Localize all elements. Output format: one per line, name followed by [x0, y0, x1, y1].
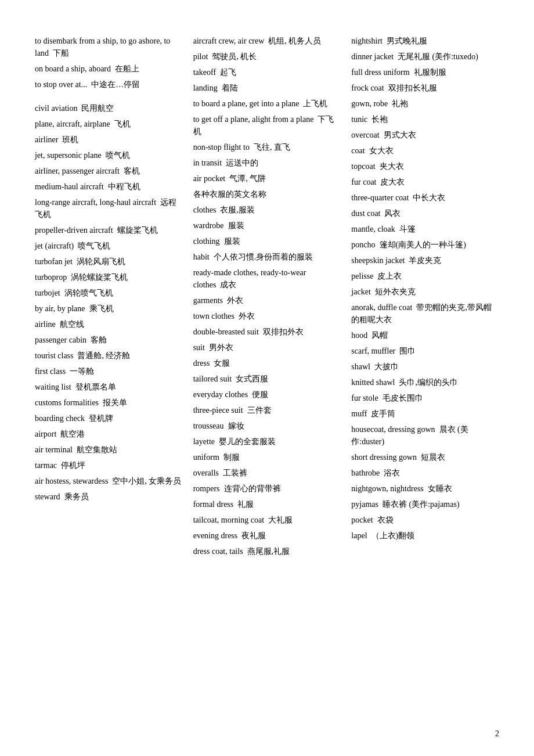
list-item: to stop over at... 中途在…停留: [35, 78, 183, 91]
list-item: by air, by plane 乘飞机: [35, 303, 183, 315]
list-item: hood 风帽: [351, 329, 499, 341]
list-item: town clothes 外衣: [193, 310, 341, 322]
list-item: jet (aircraft) 喷气飞机: [35, 240, 183, 252]
list-item: pilot 驾驶员, 机长: [193, 51, 341, 63]
list-item: 各种衣服的英文名称: [193, 188, 341, 200]
list-item: muff 皮手筒: [351, 408, 499, 420]
list-item: uniform 制服: [193, 451, 341, 463]
list-item: clothing 服装: [193, 235, 341, 247]
list-item: fur stole 毛皮长围巾: [351, 392, 499, 404]
list-item: dress coat, tails 燕尾服,礼服: [193, 545, 341, 557]
list-item: overalls 工装裤: [193, 467, 341, 479]
list-item: evening dress 夜礼服: [193, 530, 341, 542]
list-item: topcoat 夹大衣: [351, 160, 499, 172]
list-item: airliner, passenger aircraft 客机: [35, 165, 183, 177]
list-item: to board a plane, get into a plane 上飞机: [193, 98, 341, 110]
list-item: poncho 篷却(南美人的一种斗篷): [351, 239, 499, 251]
list-item: overcoat 男式大衣: [351, 129, 499, 141]
column-3: nightshirt 男式晚礼服dinner jacket 无尾礼服 (美作:t…: [351, 35, 499, 561]
list-item: knitted shawl 头巾,编织的头巾: [351, 376, 499, 388]
list-item: mantle, cloak 斗篷: [351, 223, 499, 235]
list-item: scarf, muffler 围巾: [351, 345, 499, 357]
list-item: nightshirt 男式晚礼服: [351, 35, 499, 47]
list-item: tailored suit 女式西服: [193, 373, 341, 385]
list-item: to disembark from a ship, to go ashore, …: [35, 35, 183, 59]
list-item: pyjamas 睡衣裤 (美作:pajamas): [351, 498, 499, 510]
list-item: turbofan jet 涡轮风扇飞机: [35, 255, 183, 268]
list-item: airport 航空港: [35, 428, 183, 440]
list-item: wardrobe 服装: [193, 219, 341, 232]
list-item: rompers 连背心的背带裤: [193, 483, 341, 495]
column-1: to disembark from a ship, to go ashore, …: [35, 35, 193, 561]
list-item: civil aviation 民用航空: [35, 102, 183, 114]
list-item: clothes 衣服,服装: [193, 204, 341, 216]
list-item: non-stop flight to 飞往, 直飞: [193, 141, 341, 153]
list-item: fur coat 皮大衣: [351, 176, 499, 188]
list-item: medium-haul aircraft 中程飞机: [35, 181, 183, 193]
list-item: takeoff 起飞: [193, 66, 341, 78]
spacer: [35, 94, 183, 102]
list-item: plane, aircraft, airplane 飞机: [35, 118, 183, 130]
main-content: to disembark from a ship, to go ashore, …: [35, 35, 499, 561]
list-item: pocket 衣袋: [351, 514, 499, 526]
list-item: layette 婴儿的全套服装: [193, 435, 341, 448]
list-item: garments 外衣: [193, 294, 341, 307]
list-item: formal dress 礼服: [193, 498, 341, 510]
list-item: jet, supersonic plane 喷气机: [35, 149, 183, 161]
list-item: tailcoat, morning coat 大礼服: [193, 514, 341, 526]
list-item: airliner 班机: [35, 134, 183, 146]
list-item: turboprop 涡轮螺旋桨飞机: [35, 271, 183, 283]
list-item: tarmac 停机坪: [35, 459, 183, 471]
list-item: ready-made clothes, ready-to-wear clothe…: [193, 267, 341, 291]
list-item: three-quarter coat 中长大衣: [351, 192, 499, 204]
list-item: trousseau 嫁妆: [193, 420, 341, 432]
list-item: anorak, duffle coat 带兜帽的夹克,带风帽的粗呢大衣: [351, 301, 499, 326]
page-number: 2: [495, 729, 499, 739]
list-item: air hostess, stewardess 空中小姐, 女乘务员: [35, 475, 183, 487]
list-item: sheepskin jacket 羊皮夹克: [351, 254, 499, 267]
list-item: nightgown, nightdress 女睡衣: [351, 483, 499, 495]
list-item: boarding check 登机牌: [35, 412, 183, 424]
list-item: double-breasted suit 双排扣外衣: [193, 326, 341, 338]
list-item: habit 个人依习惯.身份而着的服装: [193, 251, 341, 263]
list-item: steward 乘务员: [35, 491, 183, 503]
list-item: customs formalities 报关单: [35, 397, 183, 409]
column-2: aircraft crew, air crew 机组, 机务人员pilot 驾驶…: [193, 35, 352, 561]
list-item: turbojet 涡轮喷气飞机: [35, 287, 183, 299]
list-item: tourist class 普通舱, 经济舱: [35, 350, 183, 362]
list-item: propeller-driven aircraft 螺旋桨飞机: [35, 224, 183, 236]
list-item: in transit 运送中的: [193, 157, 341, 169]
list-item: gown, robe 礼袍: [351, 98, 499, 110]
list-item: air terminal 航空集散站: [35, 444, 183, 456]
list-item: bathrobe 浴衣: [351, 467, 499, 479]
list-item: dress 女服: [193, 357, 341, 369]
list-item: first class 一等舱: [35, 365, 183, 377]
list-item: full dress uniform 礼服制服: [351, 66, 499, 78]
list-item: passenger cabin 客舱: [35, 334, 183, 346]
list-item: on board a ship, aboard 在船上: [35, 63, 183, 75]
list-item: landing 着陆: [193, 82, 341, 94]
list-item: dinner jacket 无尾礼服 (美作:tuxedo): [351, 51, 499, 63]
list-item: long-range aircraft, long-haul aircraft …: [35, 196, 183, 221]
list-item: jacket 短外衣夹克: [351, 286, 499, 298]
list-item: housecoat, dressing gown 晨衣 (美作:duster): [351, 423, 499, 448]
list-item: three-piece suit 三件套: [193, 404, 341, 416]
list-item: waiting list 登机票名单: [35, 381, 183, 393]
list-item: to get off a plane, alight from a plane …: [193, 113, 341, 138]
list-item: aircraft crew, air crew 机组, 机务人员: [193, 35, 341, 47]
list-item: suit 男外衣: [193, 341, 341, 354]
list-item: shawl 大披巾: [351, 361, 499, 373]
list-item: short dressing gown 短晨衣: [351, 451, 499, 463]
list-item: dust coat 风衣: [351, 207, 499, 219]
list-item: tunic 长袍: [351, 113, 499, 125]
list-item: pelisse 皮上衣: [351, 270, 499, 282]
list-item: everyday clothes 便服: [193, 388, 341, 401]
list-item: coat 女大衣: [351, 145, 499, 157]
list-item: air pocket 气潭, 气阱: [193, 172, 341, 185]
list-item: airline 航空线: [35, 318, 183, 330]
list-item: frock coat 双排扣长礼服: [351, 82, 499, 94]
list-item: lapel （上衣)翻领: [351, 530, 499, 542]
